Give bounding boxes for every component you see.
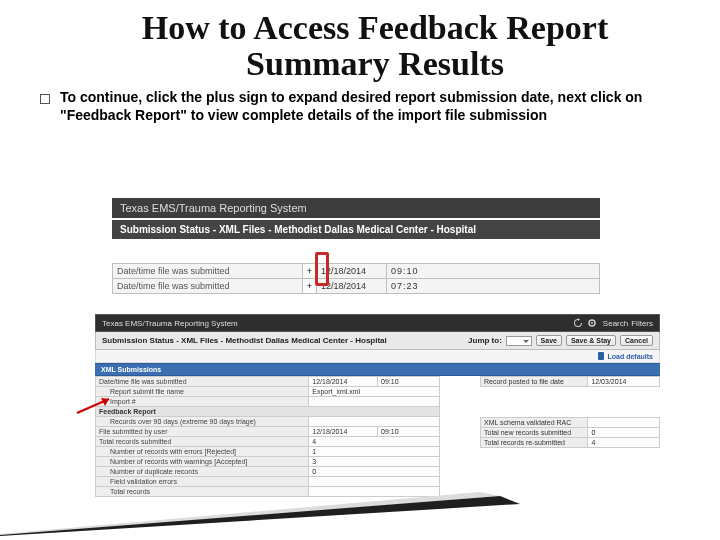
left-label: Number of records with errors [Rejected] (96, 447, 309, 457)
left-val: 12/18/2014 (309, 377, 378, 387)
row-label: Date/time file was submitted (113, 279, 303, 294)
page-title: How to Access Feedback Report Summary Re… (70, 10, 680, 81)
crumbs-row: Load defaults (95, 350, 660, 363)
sub-header-text: Submission Status - XML Files - Methodis… (102, 336, 387, 345)
instruction-bullet: To continue, click the plus sign to expa… (40, 89, 680, 124)
left-val (309, 397, 440, 407)
left-val2: 09:10 (378, 427, 440, 437)
app-title-bar: Texas EMS/Trauma Reporting System (112, 198, 600, 218)
table-row: Date/time file was submitted + 12/18/201… (113, 264, 600, 279)
highlight-expand-icon (315, 252, 329, 286)
table-row: Date/time file was submitted + 12/18/201… (113, 279, 600, 294)
left-val: 12/18/2014 (309, 427, 378, 437)
slide-decoration (0, 476, 520, 540)
filters-button[interactable]: Filters (631, 319, 653, 328)
left-val: Export_xml.xml (309, 387, 440, 397)
right-val: 4 (588, 438, 660, 448)
app-title-bar-2: Texas EMS/Trauma Reporting System Search… (95, 314, 660, 332)
doc-icon (597, 352, 605, 360)
left-val: 3 (309, 457, 440, 467)
gear-icon[interactable] (587, 318, 597, 328)
detail-table-right: Record posted to file date12/03/2014 (480, 376, 660, 387)
right-label: XML schema validated RAC (481, 418, 588, 428)
left-val: 4 (309, 437, 440, 447)
search-button[interactable]: Search (603, 319, 628, 328)
refresh-icon[interactable] (573, 318, 583, 328)
submission-date-table: Date/time file was submitted + 12/18/201… (112, 263, 600, 294)
svg-rect-2 (598, 352, 604, 360)
svg-point-1 (591, 322, 593, 324)
left-val: 1 (309, 447, 440, 457)
left-label: Import # (96, 397, 309, 407)
detail-table-right-2: XML schema validated RAC Total new recor… (480, 417, 660, 448)
instruction-text: To continue, click the plus sign to expa… (60, 89, 680, 124)
jump-to-select[interactable] (506, 336, 532, 346)
screenshot-bottom: Texas EMS/Trauma Reporting System Search… (95, 314, 660, 497)
section-band: XML Submissions (95, 363, 660, 376)
right-val: 0 (588, 428, 660, 438)
save-stay-button[interactable]: Save & Stay (566, 335, 616, 346)
save-button[interactable]: Save (536, 335, 562, 346)
breadcrumb-bar: Submission Status - XML Files - Methodis… (112, 220, 600, 239)
bullet-box-icon (40, 94, 50, 104)
right-label: Total records re-submitted (481, 438, 588, 448)
feedback-report-link[interactable]: Feedback Report (96, 407, 440, 417)
right-val (588, 418, 660, 428)
right-label: Record posted to file date (481, 377, 588, 387)
svg-marker-6 (0, 496, 520, 536)
left-val2: 09:10 (378, 377, 440, 387)
jump-to-label: Jump to: (468, 336, 502, 345)
row-time: 07:23 (387, 279, 600, 294)
red-arrow-icon (75, 395, 115, 415)
right-label: Total new records submitted (481, 428, 588, 438)
left-label: File submitted by user (96, 427, 309, 437)
app-title-text: Texas EMS/Trauma Reporting System (102, 319, 238, 328)
left-val: 0 (309, 467, 440, 477)
row-label: Date/time file was submitted (113, 264, 303, 279)
left-label: Number of records with warnings [Accepte… (96, 457, 309, 467)
left-label: Records over 90 days (extreme 90 days tr… (96, 417, 309, 427)
left-label: Number of duplicate records (96, 467, 309, 477)
left-label: Report submit file name (96, 387, 309, 397)
screenshot-top: Texas EMS/Trauma Reporting System Submis… (112, 198, 600, 294)
row-time: 09:10 (387, 264, 600, 279)
left-val (309, 417, 440, 427)
sub-header-bar: Submission Status - XML Files - Methodis… (95, 332, 660, 350)
left-label: Total records submitted (96, 437, 309, 447)
cancel-button[interactable]: Cancel (620, 335, 653, 346)
right-val: 12/03/2014 (588, 377, 660, 387)
load-defaults-link[interactable]: Load defaults (597, 352, 653, 360)
left-label: Date/time file was submitted (96, 377, 309, 387)
